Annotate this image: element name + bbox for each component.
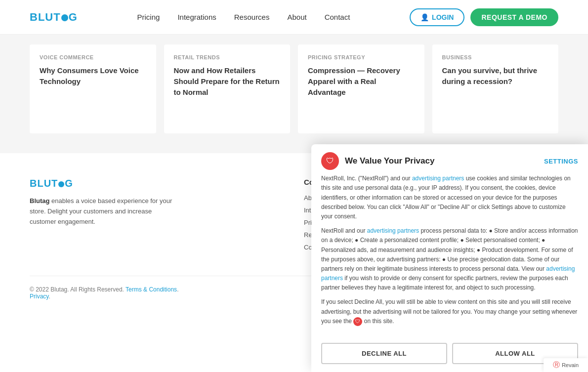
nav-pricing[interactable]: Pricing <box>137 13 160 21</box>
privacy-modal: 🛡 We Value Your Privacy SETTINGS NextRol… <box>311 144 588 315</box>
footer-brand-name: Blutag <box>30 197 49 205</box>
modal-shield-icon: 🛡 <box>321 152 339 170</box>
card-3[interactable]: Business Can you survive, but thrive dur… <box>432 44 559 133</box>
card-0-category: Voice Commerce <box>40 54 146 60</box>
login-button[interactable]: 👤 LOGIN <box>410 8 464 26</box>
card-0-title: Why Consumers Love Voice Technology <box>40 65 146 87</box>
login-label: LOGIN <box>432 13 454 21</box>
modal-header: 🛡 We Value Your Privacy SETTINGS <box>311 144 588 174</box>
nav-integrations[interactable]: Integrations <box>177 13 216 21</box>
logo-text: BLUTG <box>30 11 78 24</box>
logo[interactable]: BLUTG <box>30 11 78 24</box>
demo-button[interactable]: REQUEST A DEMO <box>470 8 558 26</box>
modal-advertising-link-3[interactable]: advertising partners <box>321 265 575 282</box>
modal-advertising-link-2[interactable]: advertising partners <box>367 227 419 234</box>
modal-para3: If you select Decline All, you will stil… <box>321 297 578 315</box>
card-1[interactable]: Retail Trends Now and How Retailers Shou… <box>164 44 291 133</box>
card-3-title: Can you survive, but thrive during a rec… <box>442 65 549 87</box>
modal-para2: NextRoll and our advertising partners pr… <box>321 226 578 292</box>
card-2-title: Compression — Recovery Apparel with a Re… <box>308 65 415 97</box>
footer-tagline-text: enables a voice based experience for you… <box>30 197 172 225</box>
nav-actions: 👤 LOGIN REQUEST A DEMO <box>410 8 558 26</box>
modal-header-left: 🛡 We Value Your Privacy <box>321 152 434 170</box>
modal-settings-button[interactable]: SETTINGS <box>544 158 578 165</box>
cards-section: Voice Commerce Why Consumers Love Voice … <box>0 35 588 153</box>
nav-links: Pricing Integrations Resources About Con… <box>137 13 350 21</box>
modal-para1: NextRoll, Inc. ("NextRoll") and our adve… <box>321 174 578 221</box>
nav-about[interactable]: About <box>287 13 306 21</box>
modal-advertising-link-1[interactable]: advertising partners <box>412 175 464 182</box>
card-0[interactable]: Voice Commerce Why Consumers Love Voice … <box>30 44 156 133</box>
footer-tagline: Blutag enables a voice based experience … <box>30 196 178 227</box>
cards-grid: Voice Commerce Why Consumers Love Voice … <box>30 44 558 133</box>
login-icon: 👤 <box>420 13 429 21</box>
navbar: BLUTG Pricing Integrations Resources Abo… <box>0 0 588 35</box>
footer-copyright: © 2022 Blutag. All Rights Reserved. <box>30 286 124 293</box>
card-3-category: Business <box>442 54 549 60</box>
footer-privacy[interactable]: Privacy <box>30 293 48 300</box>
modal-title: We Value Your Privacy <box>345 156 434 166</box>
card-1-title: Now and How Retailers Should Prepare for… <box>174 65 281 97</box>
footer-brand: BLUTG Blutag enables a voice based exper… <box>30 178 284 256</box>
nav-resources[interactable]: Resources <box>234 13 270 21</box>
footer-logo: BLUTG <box>30 178 284 189</box>
card-1-category: Retail Trends <box>174 54 281 60</box>
modal-body: NextRoll, Inc. ("NextRoll") and our adve… <box>311 174 588 315</box>
nav-contact[interactable]: Contact <box>325 13 350 21</box>
footer-terms[interactable]: Terms & Conditions <box>126 286 177 293</box>
card-2-category: Pricing Strategy <box>308 54 415 60</box>
card-2[interactable]: Pricing Strategy Compression — Recovery … <box>298 44 424 133</box>
